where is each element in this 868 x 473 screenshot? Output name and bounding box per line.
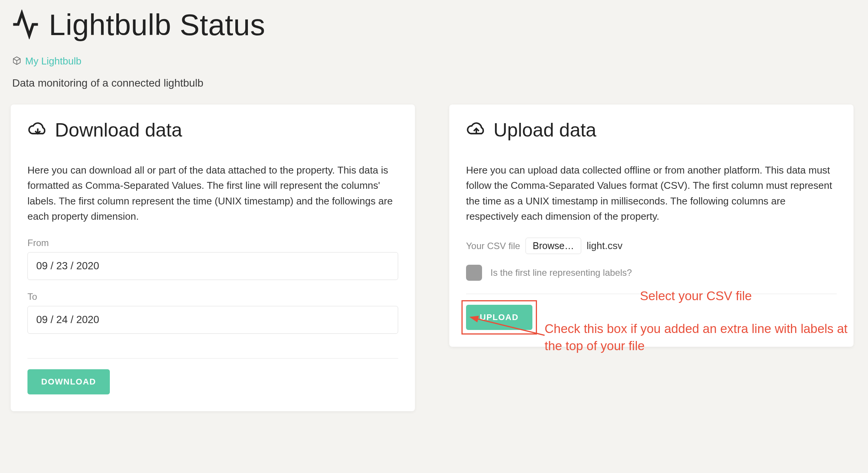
file-input-label: Your CSV file	[466, 241, 520, 251]
upload-card-title: Upload data	[493, 119, 596, 141]
download-button[interactable]: DOWNLOAD	[27, 369, 110, 394]
breadcrumb-link-my-lightbulb[interactable]: My Lightbulb	[25, 55, 81, 67]
page-title: Lightbulb Status	[49, 8, 265, 42]
to-date-input[interactable]	[27, 306, 398, 334]
cloud-upload-icon	[466, 119, 487, 141]
to-label: To	[27, 291, 398, 302]
divider	[466, 294, 837, 294]
divider	[27, 358, 398, 359]
browse-button[interactable]: Browse…	[526, 238, 581, 254]
labels-checkbox[interactable]	[466, 265, 482, 281]
breadcrumb: My Lightbulb	[11, 55, 857, 67]
from-date-input[interactable]	[27, 252, 398, 280]
cloud-download-icon	[27, 119, 48, 141]
download-card: Download data Here you can download all …	[11, 105, 415, 411]
annotation-select-file: Select your CSV file	[640, 288, 752, 305]
download-card-desc: Here you can download all or part of the…	[27, 162, 398, 224]
upload-card-desc: Here you can upload data collected offli…	[466, 162, 837, 224]
page-subtitle: Data monitoring of a connected lightbulb	[11, 77, 857, 89]
from-label: From	[27, 238, 398, 248]
labels-checkbox-label: Is the first line representing labels?	[490, 267, 632, 278]
page-header: Lightbulb Status	[11, 8, 857, 42]
upload-button[interactable]: UPLOAD	[466, 305, 532, 330]
upload-card: Upload data Here you can upload data col…	[449, 105, 854, 347]
package-icon	[12, 56, 21, 67]
activity-icon	[11, 10, 40, 41]
download-card-title: Download data	[55, 119, 182, 141]
selected-file-name: light.csv	[587, 240, 622, 252]
annotation-check-box: Check this box if you added an extra lin…	[545, 320, 854, 354]
